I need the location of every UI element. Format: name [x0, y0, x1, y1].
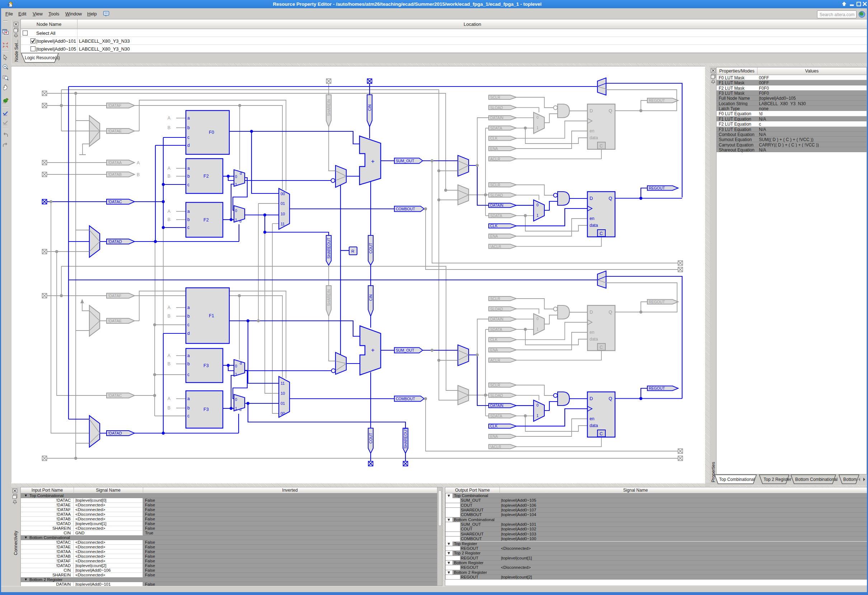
svg-text:0: 0 — [235, 208, 237, 213]
svg-text:A: A — [168, 209, 171, 214]
svg-text:b: b — [187, 217, 190, 222]
svg-text:!DATAC: !DATAC — [108, 199, 122, 204]
svg-text:10: 10 — [280, 212, 285, 216]
svg-text:DATAIN: DATAIN — [490, 403, 503, 407]
svg-text:A: A — [168, 353, 171, 358]
svg-text:b: b — [187, 125, 190, 130]
svg-text:1: 1 — [235, 406, 237, 410]
svg-text:C: C — [599, 431, 603, 436]
svg-text:0: 0 — [235, 174, 237, 179]
svg-text:SDATA: SDATA — [490, 126, 502, 130]
svg-text:0: 0 — [536, 115, 539, 120]
svg-text:F2: F2 — [204, 174, 209, 179]
svg-text:!DATAC: !DATAC — [108, 393, 122, 398]
svg-text:d: d — [240, 361, 242, 365]
svg-text:data: data — [589, 223, 598, 228]
svg-text:SCLR: SCLR — [490, 183, 500, 187]
svg-text:A: A — [168, 166, 171, 171]
svg-text:SLOAD: SLOAD — [490, 307, 503, 311]
svg-text:B: B — [168, 362, 170, 366]
svg-text:a: a — [187, 305, 190, 310]
svg-text:1: 1 — [235, 372, 237, 376]
svg-text:en: en — [589, 330, 594, 335]
svg-text:A: A — [168, 115, 171, 121]
svg-text:Q: Q — [608, 108, 612, 114]
svg-text:data: data — [589, 135, 598, 140]
svg-text:COUT: COUT — [369, 242, 373, 253]
svg-text:a: a — [187, 353, 190, 358]
svg-text:0: 0 — [536, 203, 539, 207]
svg-text:A: A — [168, 396, 171, 401]
svg-text:C: C — [599, 231, 603, 236]
svg-text:01: 01 — [280, 401, 285, 406]
svg-text:D: D — [589, 108, 593, 114]
svg-text:REGOUT: REGOUT — [649, 300, 665, 304]
svg-text:SCLR: SCLR — [490, 383, 500, 387]
svg-text:CLK: CLK — [490, 224, 497, 228]
svg-text:CLK: CLK — [490, 424, 497, 428]
svg-text:CLK: CLK — [490, 136, 497, 140]
svg-text:SLOAD: SLOAD — [490, 193, 503, 197]
svg-text:1: 1 — [235, 182, 237, 187]
svg-text:c: c — [187, 413, 189, 418]
svg-text:!DATAD: !DATAD — [108, 239, 122, 244]
svg-text:C: C — [599, 143, 603, 149]
svg-text:F2: F2 — [204, 217, 209, 223]
svg-text:COMBOUT: COMBOUT — [396, 207, 415, 211]
svg-text:d: d — [187, 143, 190, 148]
svg-text:c: c — [187, 225, 189, 230]
svg-text:B: B — [168, 314, 170, 319]
svg-text:ENA: ENA — [490, 146, 498, 151]
svg-text:SCLR: SCLR — [490, 297, 500, 301]
svg-text:!ACLR: !ACLR — [490, 244, 501, 249]
svg-text:B: B — [137, 172, 140, 177]
svg-text:+: + — [371, 158, 375, 165]
svg-text:!DATAA: !DATAA — [108, 160, 122, 165]
svg-text:COMBOUT: COMBOUT — [396, 397, 415, 401]
svg-text:F1: F1 — [209, 313, 214, 318]
svg-text:!DATAF: !DATAF — [108, 294, 122, 298]
svg-text:R: R — [351, 249, 354, 253]
svg-text:Q: Q — [608, 396, 612, 401]
svg-text:0: 0 — [235, 397, 237, 402]
svg-text:REGOUT: REGOUT — [649, 386, 665, 390]
svg-text:A: A — [168, 305, 171, 310]
svg-text:DATAIN: DATAIN — [490, 317, 503, 321]
svg-text:data: data — [589, 423, 598, 428]
svg-text:00: 00 — [280, 411, 285, 416]
svg-text:b: b — [187, 314, 190, 319]
svg-text:d: d — [240, 171, 242, 176]
svg-text:1: 1 — [536, 213, 539, 217]
svg-text:ENA: ENA — [490, 434, 498, 438]
svg-text:SLOAD: SLOAD — [490, 393, 503, 398]
svg-text:d: d — [239, 407, 242, 412]
svg-text:0: 0 — [536, 403, 539, 407]
svg-text:en: en — [589, 416, 594, 421]
svg-text:A: A — [137, 160, 140, 165]
svg-text:c: c — [187, 182, 189, 188]
svg-text:SDATA: SDATA — [490, 327, 502, 332]
svg-text:01: 01 — [280, 201, 285, 206]
svg-text:11: 11 — [280, 381, 285, 385]
svg-text:c: c — [187, 135, 189, 140]
svg-text:data: data — [589, 337, 598, 342]
svg-text:en: en — [589, 216, 594, 221]
svg-text:c: c — [187, 322, 189, 327]
svg-text:D: D — [589, 309, 593, 315]
svg-text:!DATAF: !DATAF — [108, 103, 122, 108]
svg-text:1: 1 — [235, 218, 237, 222]
svg-text:b: b — [187, 362, 190, 366]
svg-text:CLK: CLK — [490, 337, 497, 342]
svg-text:SLOAD: SLOAD — [490, 105, 503, 110]
svg-text:0: 0 — [536, 316, 539, 321]
svg-text:b: b — [187, 406, 190, 410]
svg-text:SDATA: SDATA — [490, 214, 502, 218]
svg-text:CIN: CIN — [369, 294, 373, 301]
svg-text:SHAREOUT: SHAREOUT — [403, 427, 407, 449]
svg-text:a: a — [187, 396, 190, 401]
svg-text:SHAREIN: SHAREIN — [326, 99, 331, 116]
svg-text:F3: F3 — [204, 407, 209, 412]
svg-text:SDATA: SDATA — [490, 414, 502, 418]
svg-text:Q: Q — [608, 196, 612, 201]
svg-text:SHAREIN: SHAREIN — [326, 289, 331, 306]
